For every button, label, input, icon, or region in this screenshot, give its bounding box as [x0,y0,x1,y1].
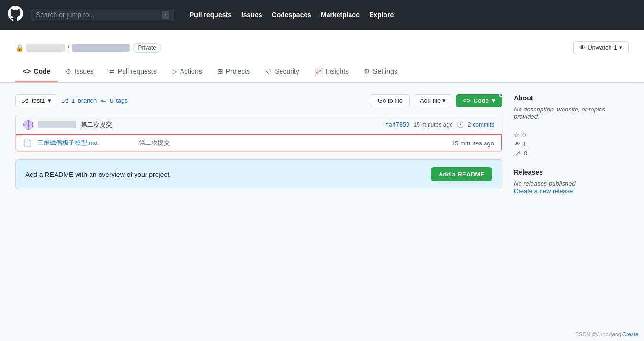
tab-code[interactable]: <> Code [15,62,58,82]
star-icon: ☆ [514,132,520,139]
sidebar-releases-title: Releases [514,168,629,176]
nav-codespaces[interactable]: Codespaces [272,11,311,19]
file-table: 第二次提交 faf7859 15 minutes ago 🕐 2 commits… [15,115,502,152]
nav-pull-requests[interactable]: Pull requests [190,11,232,19]
code-button[interactable]: <> Code ▾ [456,94,502,107]
search-bar[interactable]: Search or jump to... / [31,9,174,21]
branch-actions: Go to file Add file ▾ <> Code ▾ [371,94,502,107]
tab-pull-requests[interactable]: ⇄ Pull requests [102,62,164,82]
tab-insights[interactable]: 📈 Insights [307,62,356,82]
sidebar-stats: ☆ 0 👁 1 ⎇ 0 [514,132,629,157]
branch-count-icon: ⎇ [61,97,68,104]
file-name[interactable]: 三维磁偶极子模型.md [37,139,133,147]
sidebar: About No description, website, or topics… [514,94,629,206]
repo-name[interactable] [72,44,130,52]
settings-icon: ⚙ [364,67,370,75]
nav-issues[interactable]: Issues [241,11,262,19]
add-readme-button[interactable]: Add a README [431,167,492,181]
tab-security[interactable]: 🛡 Security [258,62,307,82]
chevron-down-icon: ▾ [492,97,495,104]
nav-explore[interactable]: Explore [369,11,394,19]
pr-icon: ⇄ [109,67,115,75]
avatar [23,120,33,130]
avatar-pixel [29,125,33,129]
commit-count: 2 [468,121,471,128]
latest-commit-row: 第二次提交 faf7859 15 minutes ago 🕐 2 commits [16,115,502,135]
tags-count-link[interactable]: 🏷 0 tags [101,97,128,104]
chevron-down-icon: ▾ [442,97,446,104]
breadcrumb: 🔒 / Private 👁 Unwatch 1 ▾ [15,37,629,62]
sidebar-no-releases: No releases published [514,180,629,187]
tab-settings[interactable]: ⚙ Settings [356,62,405,82]
commit-hash[interactable]: faf7859 [385,121,410,128]
security-icon: 🛡 [265,67,272,75]
header-nav: Pull requests Issues Codespaces Marketpl… [190,11,394,19]
branch-name: test1 [32,97,45,104]
fork-icon: ⎇ [514,150,521,157]
sidebar-forks-stat: ⎇ 0 [514,150,629,157]
branch-label: branch [78,97,97,104]
tag-icon: 🏷 [101,97,107,104]
chevron-down-icon: ▾ [619,44,622,51]
readme-banner: Add a README with an overview of your pr… [15,159,502,189]
sidebar-releases: Releases No releases published Create a … [514,168,629,195]
branch-count-link[interactable]: ⎇ 1 branch [61,97,97,104]
create-release-link[interactable]: Create a new release [514,187,573,195]
commit-meta: faf7859 15 minutes ago 🕐 2 commits [385,121,494,128]
file-icon: 📄 [23,139,32,147]
code-label: Code [474,97,489,104]
branch-bar: ⎇ test1 ▾ ⎇ 1 branch 🏷 0 tags Go to file… [15,94,502,107]
unwatch-label: Unwatch [588,44,612,51]
sidebar-watchers-stat: 👁 1 [514,141,629,148]
table-row[interactable]: 📄 三维磁偶极子模型.md 第二次提交 15 minutes ago [16,135,502,151]
forks-count[interactable]: 0 [524,150,527,157]
repo-owner[interactable] [26,44,65,52]
eye-icon: 👁 [579,44,586,51]
file-time: 15 minutes ago [452,140,494,147]
unwatch-button[interactable]: 👁 Unwatch 1 ▾ [573,41,629,54]
nav-marketplace[interactable]: Marketplace [321,11,360,19]
main-content: ⎇ test1 ▾ ⎇ 1 branch 🏷 0 tags Go to file… [0,83,644,218]
search-placeholder: Search or jump to... [36,11,158,19]
commit-time: 15 minutes ago [414,121,453,128]
commit-count-link[interactable]: 2 commits [468,121,494,128]
watchers-count[interactable]: 1 [523,141,526,148]
unwatch-count: 1 [614,44,617,51]
avatar-pixel [24,121,28,125]
tab-issues[interactable]: ⊙ Issues [58,62,101,82]
clock-icon: 🕐 [457,121,464,128]
add-file-button[interactable]: Add file ▾ [414,94,452,107]
readme-banner-text: Add a README with an overview of your pr… [25,171,171,178]
search-kbd: / [162,11,169,19]
branch-selector[interactable]: ⎇ test1 ▾ [15,94,57,107]
site-header: Search or jump to... / Pull requests Iss… [0,0,644,30]
repo-visibility-badge: Private [133,43,161,53]
issues-icon: ⊙ [66,67,71,75]
code-brackets-icon: <> [463,97,470,104]
sidebar-about: About No description, website, or topics… [514,94,629,120]
tab-actions[interactable]: ▷ Actions [164,62,210,82]
content-area: ⎇ test1 ▾ ⎇ 1 branch 🏷 0 tags Go to file… [15,94,502,206]
avatar-pixel [29,121,33,125]
branch-count: 1 [71,97,75,104]
projects-icon: ⊞ [217,67,223,75]
tab-projects[interactable]: ⊞ Projects [210,62,258,82]
sidebar-about-title: About [514,94,629,102]
tag-count: 0 [110,97,113,104]
breadcrumb-separator: / [68,44,69,52]
github-logo[interactable] [8,6,23,24]
add-file-label: Add file [420,97,441,104]
chevron-down-icon: ▾ [48,97,51,104]
commit-message[interactable]: 第二次提交 [81,121,112,129]
commit-author[interactable] [38,121,76,128]
sidebar-stars-stat: ☆ 0 [514,132,629,139]
goto-file-button[interactable]: Go to file [371,94,410,107]
commit-count-label: commits [473,121,494,128]
repo-tabs: <> Code ⊙ Issues ⇄ Pull requests ▷ Actio… [15,62,629,82]
file-commit-message: 第二次提交 [139,139,446,147]
repo-header: 🔒 / Private 👁 Unwatch 1 ▾ <> Code ⊙ Issu… [0,30,644,83]
stars-count[interactable]: 0 [522,132,526,139]
actions-icon: ▷ [172,67,177,75]
insights-icon: 📈 [315,67,323,75]
tag-label: tags [116,97,128,104]
